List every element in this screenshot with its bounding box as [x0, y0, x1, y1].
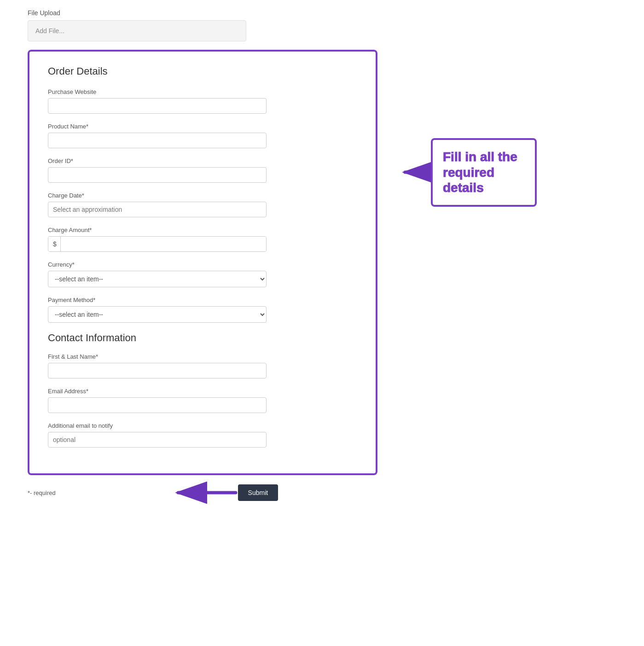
contact-info-title: Contact Information — [48, 332, 357, 344]
purchase-website-label: Purchase Website — [48, 88, 357, 95]
submit-arrow-icon — [164, 483, 238, 503]
additional-email-input[interactable] — [48, 432, 267, 448]
email-input[interactable] — [48, 397, 267, 413]
order-id-group: Order ID* — [48, 157, 357, 183]
charge-amount-wrapper: $ — [48, 236, 267, 252]
currency-label: Currency* — [48, 261, 357, 268]
charge-amount-group: Charge Amount* $ — [48, 227, 357, 252]
additional-email-group: Additional email to notify — [48, 422, 357, 448]
annotation-text: Fill in all the required details — [443, 149, 525, 196]
email-label: Email Address* — [48, 388, 357, 395]
order-id-input[interactable] — [48, 167, 267, 183]
charge-amount-label: Charge Amount* — [48, 227, 357, 233]
order-id-label: Order ID* — [48, 157, 357, 164]
payment-method-group: Payment Method* --select an item-- Credi… — [48, 297, 357, 323]
annotation-box: Fill in all the required details — [431, 138, 537, 207]
product-name-group: Product Name* — [48, 123, 357, 148]
file-upload-label: File Upload — [28, 9, 377, 17]
first-last-name-input[interactable] — [48, 363, 267, 378]
first-last-name-group: First & Last Name* — [48, 353, 357, 378]
annotation-wrapper: Fill in all the required details — [396, 138, 616, 207]
required-note: *- required — [28, 489, 56, 496]
charge-date-label: Charge Date* — [48, 192, 357, 199]
annotation-arrow-icon — [396, 162, 433, 182]
purchase-website-group: Purchase Website — [48, 88, 357, 114]
payment-method-label: Payment Method* — [48, 297, 357, 303]
product-name-label: Product Name* — [48, 123, 357, 130]
charge-amount-input[interactable] — [61, 237, 266, 251]
order-form-box: Order Details Purchase Website Product N… — [28, 50, 377, 475]
payment-method-select[interactable]: --select an item-- Credit Card Debit Car… — [48, 306, 267, 323]
file-upload-section: File Upload Add File... — [28, 9, 377, 41]
additional-email-label: Additional email to notify — [48, 422, 357, 429]
email-group: Email Address* — [48, 388, 357, 413]
order-details-title: Order Details — [48, 65, 357, 77]
currency-group: Currency* --select an item-- USD EUR GBP… — [48, 261, 357, 287]
product-name-input[interactable] — [48, 133, 267, 148]
currency-symbol: $ — [48, 237, 61, 251]
right-annotation-col: Fill in all the required details — [377, 9, 616, 207]
currency-select[interactable]: --select an item-- USD EUR GBP CAD AUD — [48, 271, 267, 287]
charge-date-group: Charge Date* — [48, 192, 357, 217]
submit-button[interactable]: Submit — [238, 484, 278, 501]
purchase-website-input[interactable] — [48, 98, 267, 114]
first-last-name-label: First & Last Name* — [48, 353, 357, 360]
file-upload-button[interactable]: Add File... — [28, 20, 246, 41]
charge-date-input[interactable] — [48, 202, 267, 217]
footer-row: *- required Submit — [28, 483, 377, 503]
